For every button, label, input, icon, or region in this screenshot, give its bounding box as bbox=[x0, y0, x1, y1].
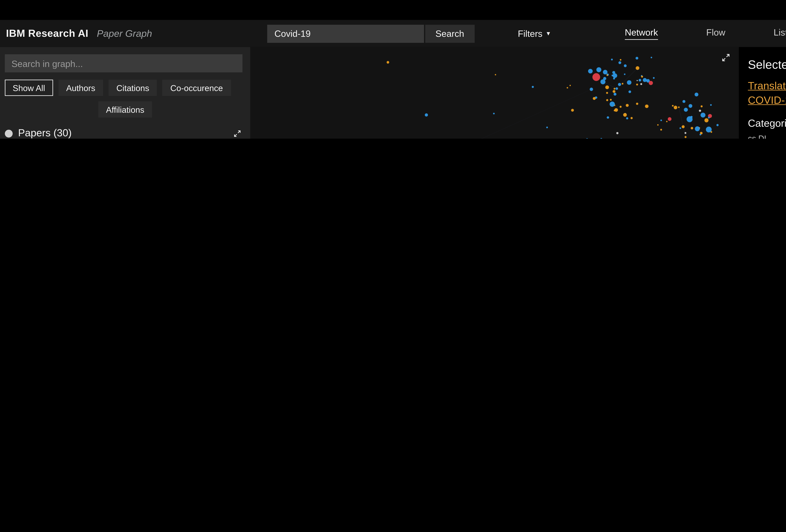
filter-citations-button[interactable]: Citations bbox=[109, 79, 157, 96]
filter-authors-button[interactable]: Authors bbox=[58, 79, 103, 96]
topic-search-input[interactable] bbox=[267, 24, 424, 43]
graph-search-input[interactable] bbox=[5, 54, 242, 72]
panel-heading: Selected Article bbox=[748, 58, 786, 72]
papers-section-title: Papers (30) bbox=[18, 128, 72, 139]
tab-network[interactable]: Network bbox=[625, 27, 658, 40]
filter-button-row-2: Affiliations bbox=[5, 101, 246, 118]
brand-title: IBM Research AI bbox=[6, 27, 88, 40]
filter-cooccurence-button[interactable]: Co-occurence bbox=[163, 79, 231, 96]
left-sidebar: Show All Authors Citations Co-occurence … bbox=[0, 47, 250, 139]
selected-article-panel: Selected Article Translational Knowledge… bbox=[739, 47, 786, 139]
papers-bullet-icon bbox=[5, 130, 13, 137]
tab-flow[interactable]: Flow bbox=[706, 27, 725, 40]
filter-affiliations-button[interactable]: Affiliations bbox=[98, 101, 152, 118]
selected-article-link[interactable]: Translational Knowledge Map of COVID-19 bbox=[748, 79, 786, 108]
graph-expand-icon[interactable] bbox=[721, 52, 731, 63]
filter-button-row: Show All Authors Citations Co-occurence bbox=[5, 79, 246, 96]
categories-label: Categories: bbox=[748, 118, 786, 130]
brand-subtitle: Paper Graph bbox=[97, 28, 152, 39]
brand: IBM Research AI Paper Graph bbox=[0, 27, 250, 40]
tab-list[interactable]: List bbox=[773, 27, 786, 40]
expand-icon[interactable] bbox=[233, 129, 242, 138]
filter-show-all-button[interactable]: Show All bbox=[5, 79, 53, 96]
view-tabs: Network Flow List bbox=[625, 27, 786, 40]
filters-label: Filters bbox=[518, 28, 542, 39]
letterbox-top bbox=[0, 0, 786, 20]
papers-section-header: Papers (30) bbox=[5, 128, 242, 139]
app-window: IBM Research AI Paper Graph Search Filte… bbox=[0, 0, 786, 139]
filters-dropdown[interactable]: Filters ▾ bbox=[514, 28, 554, 39]
top-bar: IBM Research AI Paper Graph Search Filte… bbox=[0, 20, 786, 47]
content-row: Show All Authors Citations Co-occurence … bbox=[0, 47, 786, 139]
network-graph-canvas[interactable] bbox=[250, 47, 739, 139]
categories-value: cs.DL bbox=[748, 134, 786, 139]
network-graph-area[interactable]: Victor M Castaño Cesar Aguado-cortés Tra… bbox=[250, 47, 739, 139]
search-button[interactable]: Search bbox=[425, 24, 475, 43]
chevron-down-icon: ▾ bbox=[547, 29, 550, 38]
